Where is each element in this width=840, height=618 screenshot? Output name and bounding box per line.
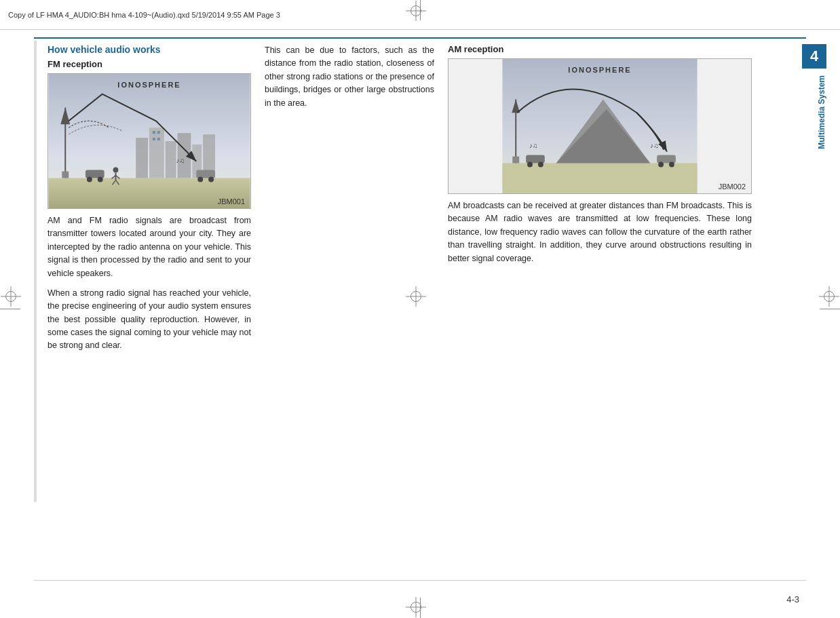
fm-diagram-svg: ♪♫ [48,74,250,208]
svg-point-18 [113,168,119,173]
svg-rect-2 [136,138,148,178]
chapter-label: Multimedia System [817,75,826,149]
chapter-number: 4 [810,47,818,65]
svg-point-14 [98,176,103,182]
svg-rect-15 [196,170,215,178]
right-column: AM reception IONOSPHERE [448,44,752,360]
svg-rect-3 [149,128,164,178]
svg-point-13 [87,176,92,182]
am-body-text: AM broadcasts can be received at greater… [448,199,752,265]
svg-point-41 [658,161,664,167]
svg-rect-37 [526,155,545,163]
svg-rect-5 [178,133,191,178]
fm-heading: FM reception [47,59,251,69]
page-number: 4-3 [786,594,799,604]
svg-point-39 [538,161,543,167]
middle-body-text: This can be due to factors, such as the … [265,44,434,110]
am-diagram-svg: ♪♫ ♪♫ [448,59,751,193]
svg-text:♪♫: ♪♫ [176,157,185,164]
reg-circle-bottom [411,602,421,613]
svg-point-16 [197,176,203,182]
page-top-rule [34,37,806,39]
svg-rect-25 [153,131,155,134]
svg-rect-26 [157,131,160,134]
fm-diagram-caption: JBM001 [218,197,245,206]
crop-mark-left [0,309,20,309]
left-body-text-2: When a strong radio signal has reached y… [47,287,251,353]
section-heading: How vehicle audio works [47,44,251,55]
svg-rect-27 [153,138,155,140]
left-column: How vehicle audio works FM reception ION… [47,44,251,360]
fm-diagram: IONOSPHERE [47,73,251,209]
svg-text:♪♫: ♪♫ [650,142,658,149]
svg-rect-35 [512,157,519,163]
left-accent-bar [34,41,37,502]
svg-rect-30 [502,163,697,193]
main-columns: How vehicle audio works FM reception ION… [47,44,752,360]
middle-column: This can be due to factors, such as the … [265,44,434,360]
bottom-rule [34,580,806,581]
left-body-text-1: AM and FM radio signals are broadcast fr… [47,214,251,280]
reg-circle-left [5,291,16,302]
svg-point-38 [527,161,533,167]
svg-rect-12 [85,170,104,178]
svg-point-42 [669,161,674,167]
header-text: Copy of LF HMA 4_AUDIO:BH hma 4-109~(Aud… [8,11,280,19]
svg-rect-10 [62,172,69,178]
svg-rect-28 [157,138,160,140]
am-diagram: IONOSPHERE [448,58,752,194]
svg-rect-40 [657,155,676,163]
crop-mark-right [820,309,840,309]
am-ionosphere-label: IONOSPHERE [568,66,631,74]
right-sidebar: 4 Multimedia System [765,44,826,149]
am-heading: AM reception [448,44,752,54]
reg-circle-right [824,291,835,302]
svg-point-17 [208,176,214,182]
am-diagram-caption: JBM002 [719,182,746,191]
svg-text:♪♫: ♪♫ [529,142,537,149]
fm-ionosphere-label: IONOSPHERE [117,81,180,89]
chapter-number-box: 4 [802,44,826,69]
reg-circle-top [411,5,421,16]
svg-rect-4 [166,141,176,178]
